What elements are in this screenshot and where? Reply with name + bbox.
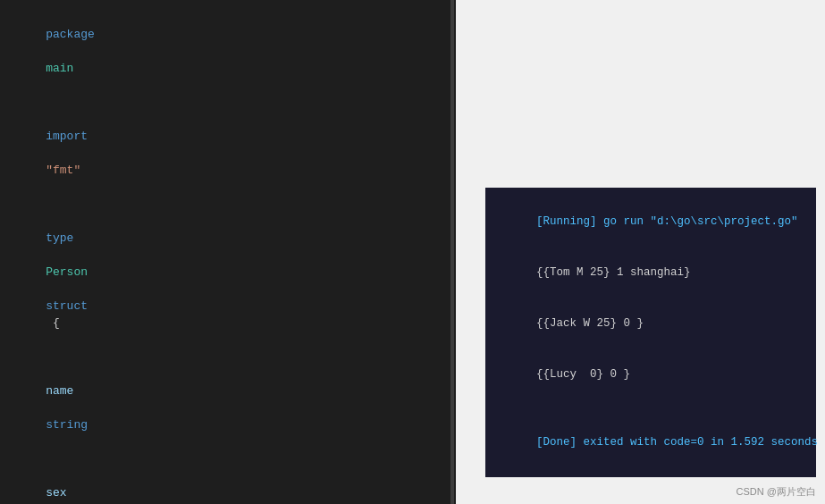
import-path: "fmt" xyxy=(46,164,80,177)
code-line-1: package main xyxy=(18,9,456,94)
keyword-import: import xyxy=(46,130,88,143)
csdn-watermark: CSDN @两片空白 xyxy=(737,485,816,499)
code-line-3: import "fmt" xyxy=(18,111,456,196)
type-string-1: string xyxy=(46,418,88,432)
code-line-5: type Person struct { xyxy=(18,213,456,349)
terminal-done: [Done] exited with code=0 in 1.592 secon… xyxy=(496,417,805,468)
terminal-line-1: {{Tom M 25} 1 shanghai} xyxy=(496,248,805,298)
terminal-blank xyxy=(496,400,805,417)
field-sex: sex xyxy=(46,486,66,500)
keyword-type-1: type xyxy=(46,231,73,245)
terminal-line-2: {{Jack W 25} 0 } xyxy=(496,298,805,349)
keyword-package: package xyxy=(46,28,95,41)
keyword-struct-1: struct xyxy=(46,299,88,313)
package-name: main xyxy=(46,62,73,75)
right-panel: ⊞ [Running] go run "d:\go\src\project.go… xyxy=(456,0,825,504)
code-line-blank-1 xyxy=(18,94,456,111)
code-line-7: sex string xyxy=(18,450,456,504)
scrollbar[interactable] xyxy=(450,0,454,504)
terminal-line-3: {{Lucy 0} 0 } xyxy=(496,349,805,400)
code-line-6: name string xyxy=(18,349,456,450)
field-name: name xyxy=(46,384,73,398)
terminal-running: [Running] go run "d:\go\src\project.go" xyxy=(496,197,805,248)
terminal-output: [Running] go run "d:\go\src\project.go" … xyxy=(485,188,816,477)
code-editor: package main import "fmt" type Person st… xyxy=(0,0,456,504)
code-line-blank-2 xyxy=(18,196,456,213)
type-person: Person xyxy=(46,265,88,279)
